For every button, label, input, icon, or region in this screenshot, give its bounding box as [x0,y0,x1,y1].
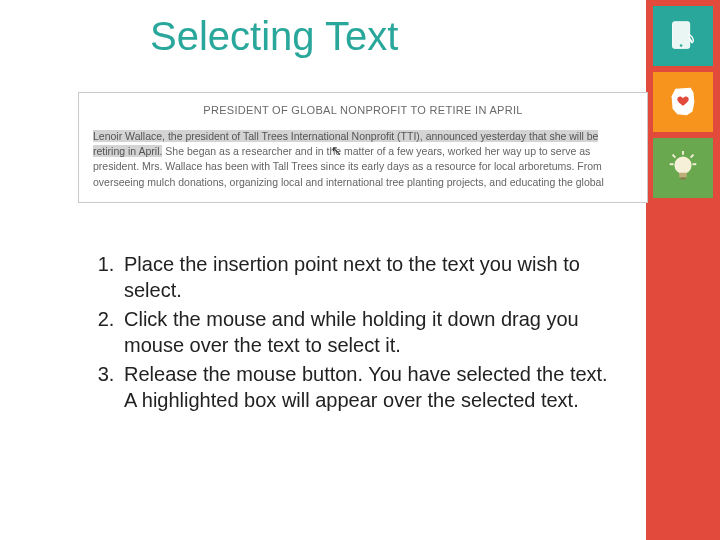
document-sample: PRESIDENT OF GLOBAL NONPROFIT TO RETIRE … [78,92,648,203]
step-3: Release the mouse button. You have selec… [120,362,616,413]
svg-rect-3 [679,173,687,178]
rail-tile-bulb [653,138,713,198]
rail-tile-ohio [653,72,713,132]
rail-tile-touch [653,6,713,66]
document-headline: PRESIDENT OF GLOBAL NONPROFIT TO RETIRE … [93,103,633,119]
svg-point-1 [680,44,682,46]
ohio-heart-icon [664,83,702,121]
step-2: Click the mouse and while holding it dow… [120,307,616,358]
document-body: Lenoir Wallace, the president of Tall Tr… [93,129,633,190]
svg-rect-4 [680,178,686,180]
right-icon-rail [646,0,720,540]
svg-point-2 [674,157,691,174]
document-rest-text: She began as a researcher and in the mat… [93,145,604,187]
svg-line-8 [673,155,676,158]
lightbulb-icon [664,149,702,187]
svg-line-9 [691,155,694,158]
touch-device-icon [664,17,702,55]
instruction-steps: Place the insertion point next to the te… [86,252,616,418]
slide-title: Selecting Text [150,14,398,59]
step-1: Place the insertion point next to the te… [120,252,616,303]
